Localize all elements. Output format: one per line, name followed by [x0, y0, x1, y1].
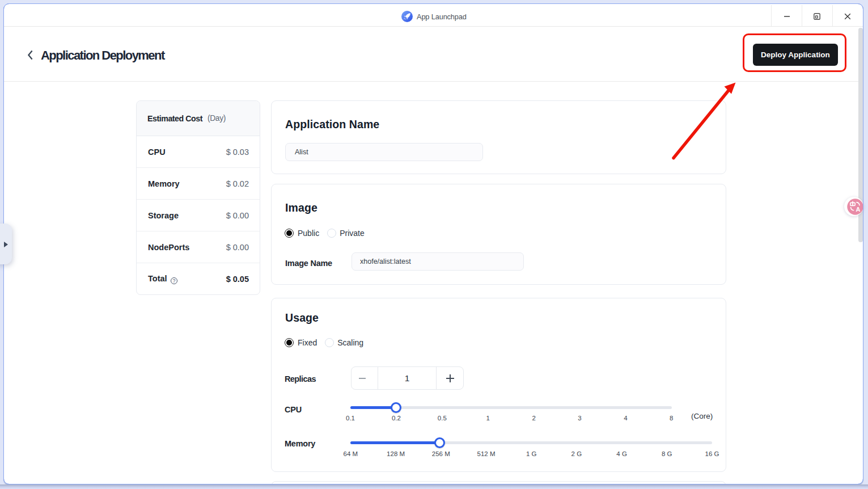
svg-text:A: A	[856, 206, 861, 213]
